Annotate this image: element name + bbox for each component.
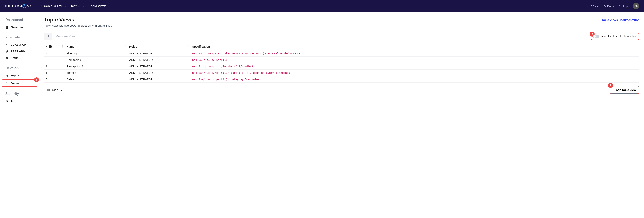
filter-input[interactable] — [52, 32, 162, 40]
cell-roles: ADMINISTRATOR — [128, 76, 190, 83]
page-size-select[interactable]: 10 / page — [44, 87, 63, 93]
column-header-spec[interactable]: Specification ▲▼ — [190, 43, 640, 50]
cell-number: 3 — [44, 63, 65, 70]
help-icon: ? — [619, 4, 620, 8]
classic-editor-toggle[interactable] — [593, 35, 599, 38]
sidebar-item-overview[interactable]: ▦ Overview — [0, 24, 39, 30]
grid-icon: ▦ — [5, 26, 8, 29]
column-label: Name — [66, 45, 74, 48]
table-row[interactable]: 5DelayADMINISTRATORmap ?a// to b/<path(1… — [44, 76, 640, 83]
page-subtitle: Topic views provide powerful data enrich… — [44, 24, 112, 27]
breadcrumb-org-label: Genious Ltd — [44, 4, 62, 7]
breadcrumb-org[interactable]: ⌂ Genious Ltd — [41, 4, 62, 8]
sidebar-item-label: REST APIs — [11, 50, 25, 53]
kafka-icon: ❋ — [5, 56, 8, 59]
sidebar: Dashboard ▦ Overview Integrate ‹› SDKs &… — [0, 12, 40, 113]
search-button[interactable] — [44, 32, 52, 40]
code-icon: ‹› — [588, 4, 589, 8]
sidebar-item-views[interactable]: ↻ Views — [2, 80, 37, 86]
sidebar-heading-dashboard: Dashboard — [0, 17, 39, 24]
sidebar-heading-integrate: Integrate — [0, 34, 39, 41]
logo[interactable]: DIFFUSIN® — [4, 3, 32, 8]
cell-spec: map ?a// to b/<path(1)> — [190, 57, 640, 63]
cell-roles: ADMINISTRATOR — [128, 57, 190, 63]
cell-number: 5 — [44, 76, 65, 83]
cell-name: Delay — [65, 76, 128, 83]
cell-name: Remapping 1 — [65, 63, 128, 70]
cell-name: Throttle — [65, 70, 128, 76]
sidebar-item-topics[interactable]: ⇆ Topics — [0, 72, 39, 79]
sort-icon[interactable]: ▲▼ — [187, 45, 189, 48]
column-header-roles[interactable]: Roles ▲▼ — [128, 43, 190, 50]
cell-spec: map ?a// to b/<path(1)> throttle to 2 up… — [190, 70, 640, 76]
sidebar-heading-security: Security — [0, 91, 39, 98]
sidebar-item-label: SDKs & API — [11, 43, 27, 46]
sidebar-item-label: Kafka — [11, 56, 18, 59]
column-label: Roles — [129, 45, 137, 48]
breadcrumb: ⌂ Genious Ltd 〉 test▴▾ 〉 Topic Views — [41, 4, 106, 8]
refresh-icon: ↻ — [6, 82, 9, 85]
help-link[interactable]: ?Help — [619, 4, 628, 8]
avatar[interactable]: AN — [633, 3, 640, 9]
sidebar-item-sdks-api[interactable]: ‹› SDKs & API — [0, 41, 39, 48]
column-label: Specification — [192, 45, 210, 48]
search-icon — [46, 35, 49, 38]
table-row[interactable]: 4ThrottleADMINISTRATORmap ?a// to b/<pat… — [44, 70, 640, 76]
sdks-link[interactable]: ‹›SDKs — [588, 4, 598, 8]
sidebar-heading-develop: Develop — [0, 65, 39, 72]
chevron-right-icon: 〉 — [83, 4, 86, 8]
cell-roles: ADMINISTRATOR — [128, 63, 190, 70]
updown-icon: ▴▾ — [78, 5, 80, 7]
sidebar-item-label: Auth — [11, 99, 17, 103]
home-icon: ⌂ — [41, 4, 43, 7]
sdks-label: SDKs — [590, 4, 598, 8]
logo-text-post: N — [26, 3, 30, 8]
topbar: DIFFUSIN® ⌂ Genious Ltd 〉 test▴▾ 〉 Topic… — [0, 0, 644, 12]
svg-point-0 — [47, 35, 49, 37]
sort-icon[interactable]: ▲▼ — [636, 45, 638, 48]
column-header-number[interactable]: # i ▲▼ — [44, 43, 65, 50]
classic-editor-label: Use classic topic view editor — [601, 35, 636, 38]
page-title: Topic Views — [44, 17, 112, 23]
column-label: # — [46, 45, 47, 48]
sort-icon[interactable]: ▲▼ — [62, 45, 64, 48]
sidebar-item-rest-apis[interactable]: ⇄ REST APIs — [0, 48, 39, 55]
docs-label: Docs — [607, 4, 614, 8]
cell-number: 1 — [44, 50, 65, 57]
breadcrumb-project-label: test — [71, 4, 76, 7]
sidebar-item-label: Views — [11, 81, 19, 85]
code-icon: ‹› — [5, 43, 8, 46]
docs-icon: 🗎 — [603, 4, 606, 8]
registered-icon: ® — [30, 5, 32, 7]
cell-spec: map ?a// to b/<path(1)> delay by 5 minut… — [190, 76, 640, 83]
breadcrumb-page: Topic Views — [89, 4, 106, 8]
chevron-right-icon: 〉 — [65, 4, 68, 8]
cell-roles: ADMINISTRATOR — [128, 70, 190, 76]
cell-number: 2 — [44, 57, 65, 63]
help-label: Help — [622, 4, 628, 8]
cell-spec: map ?accounts// to balances/<scalar(/acc… — [190, 50, 640, 57]
table-row[interactable]: 2RemappingADMINISTRATORmap ?a// to b/<pa… — [44, 57, 640, 63]
sidebar-item-label: Topics — [11, 74, 20, 77]
breadcrumb-project[interactable]: test▴▾ — [71, 4, 80, 8]
sidebar-item-kafka[interactable]: ❋ Kafka — [0, 55, 39, 61]
add-topic-view-button[interactable]: + Add topic view — [610, 86, 639, 94]
logo-text-pre: DIFFUSI — [4, 3, 22, 8]
shield-icon: 🛡 — [5, 100, 8, 103]
arrows-icon: ⇄ — [5, 50, 8, 53]
column-header-name[interactable]: Name ▲▼ — [65, 43, 128, 50]
sidebar-item-auth[interactable]: 🛡 Auth — [0, 98, 39, 104]
table-row[interactable]: 1FilteringADMINISTRATORmap ?accounts// t… — [44, 50, 640, 57]
sort-icon[interactable]: ▲▼ — [124, 45, 126, 48]
cell-spec: map ?foo/bar// to /foo/bar/All/<path(3)> — [190, 63, 640, 70]
cell-name: Filtering — [65, 50, 128, 57]
add-button-label: Add topic view — [616, 88, 636, 91]
swap-icon: ⇆ — [5, 74, 8, 77]
cell-roles: ADMINISTRATOR — [128, 50, 190, 57]
main: Topic Views Topic views provide powerful… — [40, 12, 644, 113]
svg-line-1 — [48, 36, 49, 37]
info-icon[interactable]: i — [49, 45, 52, 48]
table-row[interactable]: 3Remapping 1ADMINISTRATORmap ?foo/bar// … — [44, 63, 640, 70]
documentation-link[interactable]: Topic Views Documentation — [602, 17, 640, 21]
docs-link[interactable]: 🗎Docs — [603, 4, 614, 8]
